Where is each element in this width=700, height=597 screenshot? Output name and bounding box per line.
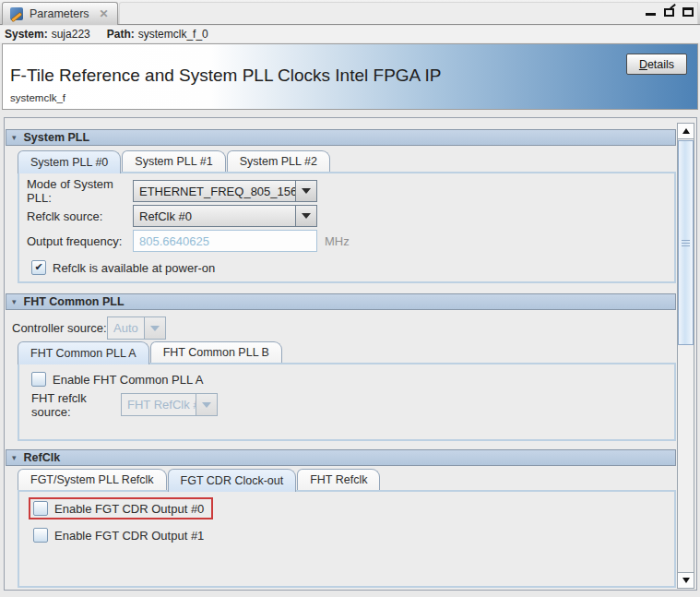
tab-system-pll-1[interactable]: System PLL #1 <box>122 150 225 172</box>
tab-system-pll-2[interactable]: System PLL #2 <box>227 150 330 172</box>
output-frequency-field: 805.6640625 <box>133 230 317 252</box>
page-title: F-Tile Reference and System PLL Clocks I… <box>10 66 441 86</box>
restore-icon[interactable] <box>664 8 674 17</box>
enable-fgt-cdr-output-1-label: Enable FGT CDR Output #1 <box>54 529 204 543</box>
tab-fgt-cdr-clock-out[interactable]: FGT CDR Clock-out <box>168 469 297 492</box>
path-label: Path: <box>107 28 135 41</box>
controller-source-dropdown: Auto <box>107 316 166 340</box>
path-value: systemclk_f_0 <box>138 28 208 41</box>
output-frequency-row: Output frequency: 805.6640625 MHz <box>27 230 674 252</box>
dropdown-arrow-icon <box>196 394 217 415</box>
controller-source-label: Controller source: <box>12 321 107 335</box>
system-label: System: <box>5 28 48 41</box>
instance-name: systemclk_f <box>10 92 65 103</box>
fht-refclk-source-label: FHT refclk source: <box>31 391 121 419</box>
system-path-row: System: suja223 Path: systemclk_f_0 <box>0 26 700 42</box>
mode-dropdown-value: ETHERNET_FREQ_805_156 <box>134 181 295 201</box>
fht-refclk-source-dropdown-value: FHT RefClk #0 <box>122 394 196 415</box>
parameters-tab-label: Parameters <box>30 7 89 20</box>
mode-row: Mode of System PLL: ETHERNET_FREQ_805_15… <box>27 180 674 202</box>
section-fht-common-pll[interactable]: ▾ FHT Common PLL <box>6 293 676 310</box>
tab-bar-empty-area <box>119 2 698 24</box>
section-title-fht-common-pll: FHT Common PLL <box>24 295 125 308</box>
mode-dropdown[interactable]: ETHERNET_FREQ_805_156 <box>133 180 317 202</box>
system-pll-tab-panel: Mode of System PLL: ETHERNET_FREQ_805_15… <box>18 172 676 283</box>
refclk-tabs: FGT/System PLL Refclk FGT CDR Clock-out … <box>18 469 676 490</box>
checkmark-icon: ✔ <box>34 262 42 272</box>
system-value: suja223 <box>52 28 90 41</box>
parameters-view-tab[interactable]: Parameters ✕ <box>2 2 118 25</box>
highlight-box: Enable FGT CDR Output #0 <box>29 497 213 519</box>
tab-fht-refclk[interactable]: FHT Refclk <box>297 469 380 490</box>
refclk-tab-panel: Enable FGT CDR Output #0 Enable FGT CDR … <box>18 490 676 588</box>
controller-source-dropdown-value: Auto <box>108 317 144 339</box>
dropdown-arrow-icon[interactable] <box>295 181 316 201</box>
collapse-triangle-icon: ▾ <box>12 454 17 462</box>
section-title-refclk: RefClk <box>24 451 61 464</box>
enable-fht-pll-a-checkbox[interactable] <box>31 372 46 387</box>
maximize-icon[interactable] <box>682 7 694 17</box>
section-system-pll[interactable]: ▾ System PLL <box>6 129 676 146</box>
fht-refclk-source-row: FHT refclk source: FHT RefClk #0 <box>31 393 674 416</box>
refclk-poweron-label: Refclk is available at power-on <box>53 261 215 275</box>
mode-label: Mode of System PLL: <box>27 177 133 205</box>
enable-fgt-cdr-output-1-checkbox[interactable] <box>33 528 48 543</box>
close-icon[interactable]: ✕ <box>100 7 109 20</box>
tab-system-pll-0[interactable]: System PLL #0 <box>18 150 121 173</box>
tab-fht-common-pll-a[interactable]: FHT Common PLL A <box>18 341 149 364</box>
output-frequency-label: Output frequency: <box>27 234 133 248</box>
fht-common-pll-tab-panel: Enable FHT Common PLL A FHT refclk sourc… <box>18 363 676 441</box>
enable-fht-pll-a-checkbox-row[interactable]: Enable FHT Common PLL A <box>31 372 674 387</box>
tab-fht-common-pll-b[interactable]: FHT Common PLL B <box>150 341 282 363</box>
details-label-rest: etails <box>647 58 674 71</box>
collapse-triangle-icon: ▾ <box>12 298 17 306</box>
tab-fgt-system-pll-refclk[interactable]: FGT/System PLL Refclk <box>18 469 167 490</box>
refclk-source-row: Refclk source: RefClk #0 <box>27 205 674 227</box>
scroll-up-button[interactable] <box>678 124 694 139</box>
details-accesskey: D <box>639 58 647 71</box>
vertical-scrollbar[interactable] <box>677 123 694 589</box>
refclk-poweron-checkbox-row[interactable]: ✔ Refclk is available at power-on <box>31 260 674 275</box>
frequency-unit: MHz <box>325 234 350 248</box>
dropdown-arrow-icon[interactable] <box>295 206 316 226</box>
scrollbar-thumb[interactable] <box>678 140 694 345</box>
enable-fgt-cdr-output-0-checkbox-row[interactable]: Enable FGT CDR Output #0 <box>33 501 204 516</box>
enable-fgt-cdr-output-0-label: Enable FGT CDR Output #0 <box>54 502 204 516</box>
scroll-down-button[interactable] <box>678 572 694 588</box>
ip-banner: F-Tile Reference and System PLL Clocks I… <box>2 43 698 110</box>
enable-fgt-cdr-output-0-checkbox[interactable] <box>33 501 48 516</box>
parameters-panel: ▾ System PLL System PLL #0 System PLL #1… <box>4 117 697 591</box>
section-refclk[interactable]: ▾ RefClk <box>6 449 676 466</box>
view-tab-bar: Parameters ✕ <box>0 0 700 25</box>
details-button[interactable]: Details <box>626 54 687 75</box>
fht-refclk-source-dropdown: FHT RefClk #0 <box>121 393 218 416</box>
refclk-poweron-checkbox[interactable]: ✔ <box>31 260 46 275</box>
parameters-icon <box>10 7 23 20</box>
minimize-icon[interactable] <box>646 6 656 17</box>
enable-fht-pll-a-label: Enable FHT Common PLL A <box>53 373 203 387</box>
collapse-triangle-icon: ▾ <box>12 134 17 142</box>
fht-common-pll-tabs: FHT Common PLL A FHT Common PLL B <box>18 341 676 363</box>
controller-source-row: Controller source: Auto <box>12 316 676 340</box>
scroll-content: ▾ System PLL System PLL #0 System PLL #1… <box>6 122 676 588</box>
enable-fgt-cdr-output-1-checkbox-row[interactable]: Enable FGT CDR Output #1 <box>33 528 674 543</box>
section-title-system-pll: System PLL <box>24 131 90 144</box>
refclk-source-dropdown[interactable]: RefClk #0 <box>133 205 317 227</box>
refclk-source-dropdown-value: RefClk #0 <box>134 206 295 226</box>
system-pll-tabs: System PLL #0 System PLL #1 System PLL #… <box>18 150 676 172</box>
refclk-source-label: Refclk source: <box>27 209 133 223</box>
dropdown-arrow-icon <box>144 317 165 339</box>
window-controls <box>646 6 694 17</box>
